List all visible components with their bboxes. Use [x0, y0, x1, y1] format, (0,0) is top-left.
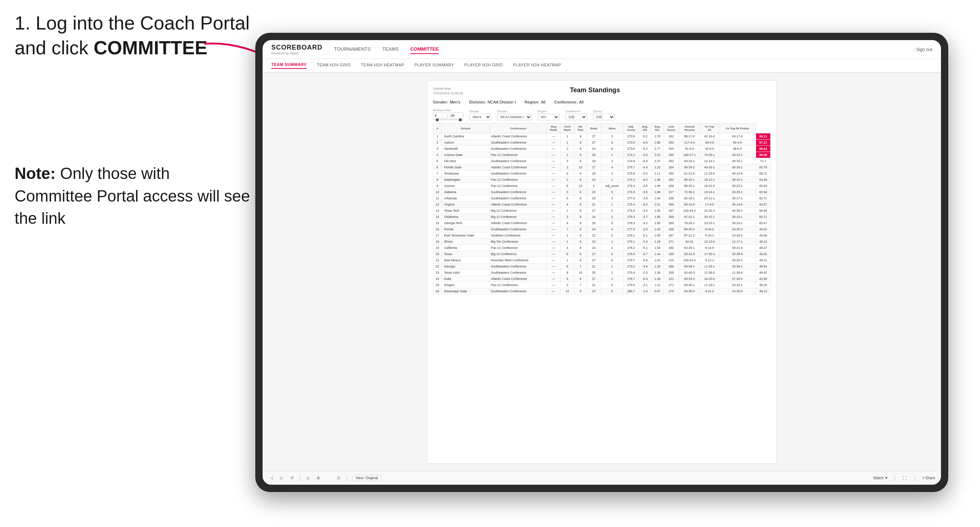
- cell-rank: 17: [433, 233, 442, 239]
- cell-conference: Pac-12 Conference: [490, 282, 547, 288]
- cell-overall: 4-21-0: [700, 288, 719, 294]
- col-vs-top25: Vs Top25: [700, 124, 719, 133]
- school-select[interactable]: (All): [593, 114, 615, 120]
- col-avg-rd: Avg.Rd.: [651, 124, 663, 133]
- min-rounds-input-1[interactable]: [433, 113, 447, 119]
- cell-wins: 3: [601, 133, 623, 140]
- min-rounds-input-2[interactable]: [449, 113, 463, 119]
- nav-tournaments[interactable]: TOURNAMENTS: [334, 45, 371, 54]
- min-rounds-slider[interactable]: [433, 119, 463, 120]
- cell-reg-rank: —: [547, 245, 561, 251]
- cell-conf-rank: 8: [561, 183, 574, 189]
- table-row: 1 North Carolina Atlantic Coast Conferen…: [433, 133, 771, 140]
- cell-avg-rd: 262: [664, 133, 679, 140]
- nav-teams[interactable]: TEAMS: [382, 45, 399, 54]
- cell-points: 60.94: [756, 189, 770, 195]
- cell-avg-rd: 265: [664, 171, 679, 177]
- cell-wins: adj_score: [601, 183, 623, 189]
- table-row: 2 Auburn Southeastern Conference — 1 9 2…: [433, 140, 771, 146]
- subnav-team-h2h-heatmap[interactable]: TEAM H2H HEATMAP: [361, 63, 404, 68]
- cell-rnds: 21: [587, 264, 601, 270]
- cell-adj-score: 275.7: [624, 164, 639, 171]
- toolbar-reload-btn[interactable]: ↺: [289, 475, 295, 481]
- cell-reg-rank: —: [547, 214, 561, 220]
- cell-avg-sg: -5.1: [639, 233, 651, 239]
- cell-adj-score: 273.6: [624, 146, 639, 152]
- cell-avg-sg2: 2.70: [651, 133, 663, 140]
- cell-wins: 6: [601, 220, 623, 226]
- cell-avg-rd: 268: [664, 195, 679, 202]
- cell-points: 60.93: [756, 183, 770, 189]
- cell-wins: 2: [601, 208, 623, 214]
- table-row: 25 Oregon Pac-12 Conference — 3 7 21 0 2…: [433, 282, 771, 288]
- cell-conf-rank: 1: [561, 239, 574, 245]
- cell-wins: 1: [601, 270, 623, 276]
- cell-rnds: 24: [587, 226, 601, 233]
- division-select-label: Division: [497, 110, 532, 113]
- cell-overall: 42-16-0: [700, 133, 719, 140]
- subnav-player-h2h-heatmap[interactable]: PLAYER H2H HEATMAP: [513, 63, 561, 68]
- cell-low-score: 62-31: [679, 239, 700, 245]
- cell-low-score: 80-25-2: [679, 226, 700, 233]
- cell-adj-score: 274.8: [624, 158, 639, 164]
- cell-avg-sg2: 1.21: [651, 282, 663, 288]
- subnav-team-h2h-grid[interactable]: TEAM H2H GRID: [317, 63, 351, 68]
- cell-no-tour: 8: [574, 202, 587, 208]
- toolbar-back-btn[interactable]: ◁: [269, 475, 274, 481]
- region-select[interactable]: N/A: [538, 114, 560, 120]
- cell-no-tour: 23: [574, 183, 587, 189]
- cell-conference: Big 12 Conference: [490, 251, 547, 257]
- cell-vs-top25: 12-17-1: [719, 239, 756, 245]
- cell-rank: 15: [433, 220, 442, 226]
- toolbar-bookmark-icon[interactable]: ⊕: [315, 475, 321, 481]
- cell-rnds: 21: [587, 282, 601, 288]
- cell-avg-sg: -3.1: [639, 282, 651, 288]
- cell-conference: Pac-12 Conference: [490, 177, 547, 183]
- toolbar-forward-btn[interactable]: ▷: [278, 475, 285, 481]
- table-row: 20 Texas Big 12 Conference — 8 9 27 0 27…: [433, 251, 771, 257]
- cell-conf-rank: 2: [561, 164, 574, 171]
- subnav-team-summary[interactable]: TEAM SUMMARY: [271, 62, 307, 69]
- cell-points: 60.71: [756, 195, 770, 202]
- toolbar-share-icon[interactable]: ⎙: [305, 475, 311, 481]
- cell-rank: 11: [433, 195, 442, 202]
- cell-avg-sg: -4.0: [639, 152, 651, 158]
- cell-reg-rank: —: [547, 202, 561, 208]
- cell-rnds: 30: [587, 270, 601, 276]
- cell-conf-rank: 8: [561, 251, 574, 257]
- cell-wins: 2: [601, 171, 623, 177]
- min-rounds-inputs: [433, 113, 463, 119]
- cell-low-score: 60-39-2: [679, 288, 700, 294]
- cell-no-tour: 6: [574, 239, 587, 245]
- sign-out-link[interactable]: Sign out: [914, 47, 932, 52]
- cell-overall: 30-4-0: [700, 140, 719, 146]
- subnav-player-summary[interactable]: PLAYER SUMMARY: [414, 63, 454, 68]
- cell-vs-top25: 26-24-1: [719, 220, 756, 226]
- subnav-player-h2h-grid[interactable]: PLAYER H2H GRID: [464, 63, 503, 68]
- cell-points: 48.54: [756, 264, 770, 270]
- toolbar-view-original[interactable]: View: Original: [352, 475, 382, 481]
- conference-filter-display: Conference: All: [554, 100, 583, 104]
- toolbar-fullscreen-btn[interactable]: ⛶: [901, 475, 908, 481]
- nav-committee[interactable]: COMMITTEE: [410, 45, 439, 54]
- gender-select[interactable]: Men's: [469, 114, 491, 120]
- toolbar-watch-btn[interactable]: Watch ▼: [873, 476, 888, 480]
- cell-reg-rank: —: [547, 146, 561, 152]
- cell-wins: 4: [601, 164, 623, 171]
- toolbar-share-btn[interactable]: ↗ Share: [922, 476, 935, 480]
- table-row: 19 California Pac-12 Conference — 4 8 24…: [433, 245, 771, 251]
- slider-handle-left[interactable]: [436, 119, 439, 121]
- cell-no-tour: 8: [574, 288, 587, 294]
- cell-low-score: 88-17-0: [679, 133, 700, 140]
- slider-handle-right[interactable]: [459, 119, 462, 121]
- cell-conference: Southern Conference: [490, 233, 547, 239]
- cell-vs-top25: 40-38-2: [719, 208, 756, 214]
- cell-low-score: 100-27-1: [679, 152, 700, 158]
- toolbar-clock-icon[interactable]: ⏱: [335, 475, 342, 481]
- cell-avg-sg2: 1.41: [651, 257, 663, 264]
- cell-adj-score: 276.9: [624, 208, 639, 214]
- conference-select[interactable]: (All): [565, 114, 587, 120]
- cell-rnds: 27: [587, 208, 601, 214]
- division-select[interactable]: NCAA Division I: [497, 114, 532, 120]
- cell-avg-sg: -4.4: [639, 164, 651, 171]
